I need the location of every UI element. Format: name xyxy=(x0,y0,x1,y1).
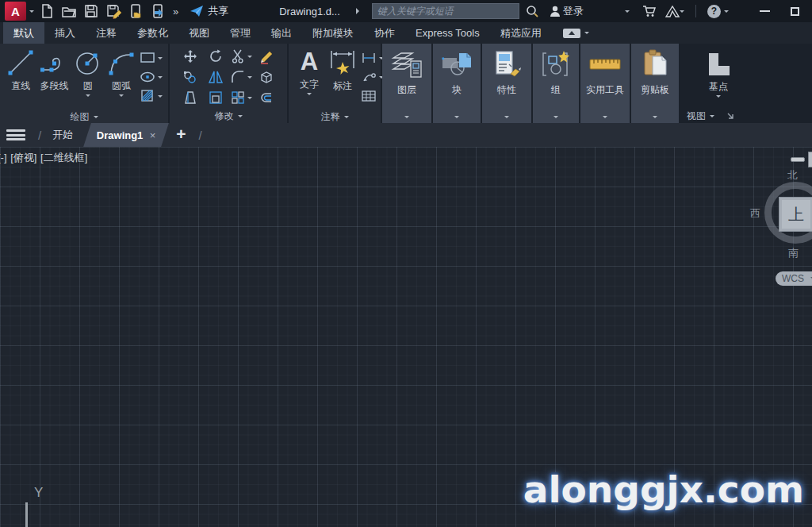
array-dropdown-icon[interactable] xyxy=(247,97,252,102)
modify-panel-title[interactable]: 修改 xyxy=(170,109,287,123)
properties-panel-dropdown[interactable] xyxy=(482,110,531,123)
new-file-button[interactable] xyxy=(37,2,56,21)
signin-button[interactable]: 登录 xyxy=(546,2,588,21)
circle-button[interactable]: 圆 xyxy=(71,46,105,110)
ellipse-button[interactable] xyxy=(140,67,163,87)
panel-layers[interactable]: 图层 xyxy=(382,44,431,123)
save-to-web-mobile-button[interactable] xyxy=(148,2,167,21)
viewport-minimize-icon[interactable] xyxy=(791,157,805,162)
leader-button[interactable] xyxy=(361,67,384,87)
viewcube-top-face[interactable]: 上 xyxy=(779,197,812,232)
signin-caret-icon[interactable] xyxy=(625,10,630,15)
panel-utilities[interactable]: 实用工具 xyxy=(580,44,630,123)
fillet-button[interactable] xyxy=(230,69,252,85)
ribbon-minimize-caret-icon[interactable] xyxy=(584,32,589,37)
share-button[interactable]: 共享 xyxy=(190,4,228,18)
copy-button[interactable] xyxy=(182,69,198,85)
qat-more-tools-button[interactable]: » xyxy=(170,6,180,17)
drawing-canvas[interactable]: [-] [俯视] [二维线框] 北 西 南 上 WCS Y alonggjx.c… xyxy=(0,147,812,527)
search-input[interactable] xyxy=(373,6,519,17)
viewcube-north[interactable]: 北 xyxy=(787,168,798,183)
ribbon-minimize-button[interactable] xyxy=(563,29,580,38)
hatch-dropdown-icon[interactable] xyxy=(158,95,163,100)
tab-start[interactable]: 开始 xyxy=(46,128,79,142)
rotate-button[interactable] xyxy=(208,48,224,64)
hatch-button[interactable] xyxy=(140,87,163,106)
annotate-panel-title[interactable]: 注释 xyxy=(289,110,381,124)
ribbon-tab-addins[interactable]: 附加模块 xyxy=(302,22,364,44)
tab-drawing1[interactable]: Drawing1 × xyxy=(83,123,169,147)
autodesk-app-button[interactable] xyxy=(662,2,688,21)
arc-button[interactable]: 圆弧 xyxy=(105,46,138,110)
help-button[interactable]: ? xyxy=(704,2,732,21)
save-button[interactable] xyxy=(82,2,101,21)
panel-properties[interactable]: 特性 xyxy=(482,44,531,123)
store-button[interactable] xyxy=(639,2,659,21)
ribbon-tab-annotate[interactable]: 注释 xyxy=(86,22,127,44)
ribbon-tab-insert[interactable]: 插入 xyxy=(44,22,86,44)
ribbon-tab-output[interactable]: 输出 xyxy=(261,22,302,44)
app-menu-caret-icon[interactable] xyxy=(29,10,34,15)
draw-panel-title[interactable]: 绘图 xyxy=(0,110,168,124)
trim-dropdown-icon[interactable] xyxy=(247,56,252,60)
offset-button[interactable] xyxy=(259,90,274,106)
arc-dropdown-icon[interactable] xyxy=(119,94,124,99)
file-tabs-menu-button[interactable] xyxy=(6,128,25,142)
polyline-button[interactable]: 多段线 xyxy=(37,46,71,110)
ribbon-tab-collaborate[interactable]: 协作 xyxy=(364,22,405,44)
erase-button[interactable] xyxy=(259,48,274,64)
scale-button[interactable] xyxy=(208,90,224,106)
base-button[interactable]: 基点 xyxy=(699,48,737,100)
move-button[interactable] xyxy=(182,48,198,64)
block-panel-dropdown[interactable] xyxy=(433,110,481,123)
panel-group[interactable]: 组 xyxy=(533,44,579,123)
text-dropdown-icon[interactable] xyxy=(307,93,312,98)
trim-button[interactable] xyxy=(230,48,252,64)
utilities-panel-dropdown[interactable] xyxy=(580,110,630,123)
circle-dropdown-icon[interactable] xyxy=(86,94,90,99)
panel-clipboard[interactable]: 剪贴板 xyxy=(631,44,679,123)
dimension-button[interactable]: 标注 xyxy=(326,46,359,110)
base-dropdown-icon[interactable] xyxy=(716,95,721,100)
viewcube-south[interactable]: 南 xyxy=(788,246,799,260)
ribbon-tab-express-tools[interactable]: Express Tools xyxy=(405,22,490,44)
ribbon-tab-default[interactable]: 默认 xyxy=(3,22,44,44)
viewport-view-control[interactable]: [俯视] xyxy=(10,152,36,163)
clipboard-panel-dropdown[interactable] xyxy=(631,110,679,123)
array-button[interactable] xyxy=(230,90,252,106)
layers-panel-dropdown[interactable] xyxy=(382,110,431,123)
explode-button[interactable] xyxy=(259,69,274,85)
viewport-menu-control[interactable]: [-] xyxy=(0,152,7,163)
view-panel-launcher-icon[interactable] xyxy=(726,112,734,120)
ribbon-tab-featured-apps[interactable]: 精选应用 xyxy=(490,22,552,44)
mirror-button[interactable] xyxy=(208,69,224,85)
maximize-window-icon[interactable] xyxy=(791,7,799,16)
new-tab-button[interactable]: + xyxy=(176,125,186,144)
fillet-dropdown-icon[interactable] xyxy=(247,76,252,81)
open-file-button[interactable] xyxy=(59,2,79,21)
save-as-button[interactable] xyxy=(104,2,123,21)
title-expand-icon[interactable] xyxy=(356,8,362,14)
wcs-dropdown[interactable]: WCS xyxy=(776,271,812,286)
app-menu-button[interactable]: A xyxy=(5,2,26,21)
ribbon-tab-parametric[interactable]: 参数化 xyxy=(127,22,178,44)
viewport-restore-icon[interactable] xyxy=(808,152,812,167)
viewport-visual-style-control[interactable]: [二维线框] xyxy=(40,152,87,163)
ellipse-dropdown-icon[interactable] xyxy=(158,76,163,81)
panel-block[interactable]: 块 xyxy=(433,44,481,123)
linear-dimension-button[interactable] xyxy=(361,48,384,67)
viewcube[interactable]: 北 西 南 上 WCS xyxy=(745,167,812,302)
viewcube-west[interactable]: 西 xyxy=(750,206,760,221)
tab-close-icon[interactable]: × xyxy=(150,129,156,141)
minimize-window-icon[interactable] xyxy=(760,10,770,12)
view-panel-title[interactable]: 视图 xyxy=(680,109,756,123)
ribbon-tab-view[interactable]: 视图 xyxy=(178,22,220,44)
table-button[interactable] xyxy=(361,87,384,106)
stretch-button[interactable] xyxy=(182,90,198,106)
line-button[interactable]: 直线 xyxy=(4,46,37,110)
rectangle-button[interactable] xyxy=(140,48,163,67)
open-from-web-mobile-button[interactable] xyxy=(126,2,145,21)
search-button[interactable] xyxy=(523,2,542,21)
ribbon-tab-manage[interactable]: 管理 xyxy=(220,22,261,44)
group-panel-dropdown[interactable] xyxy=(533,110,579,123)
